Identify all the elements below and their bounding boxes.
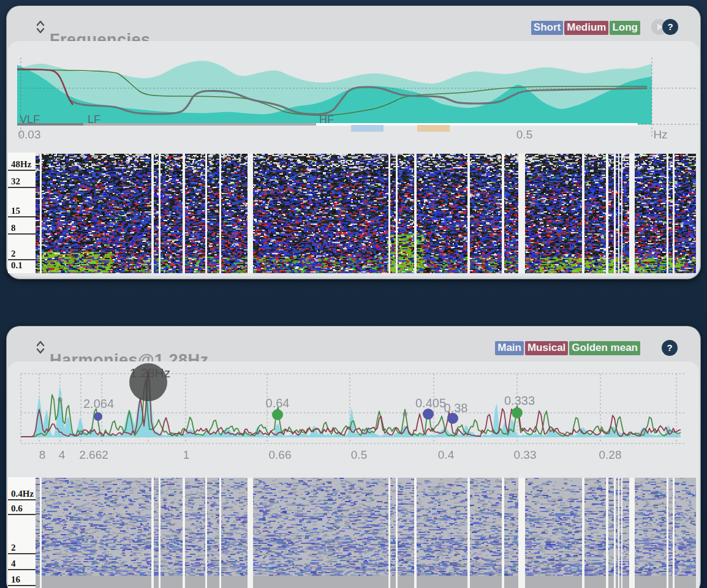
harmonies-spectrogram-canvas (36, 478, 696, 588)
legend-chip-long[interactable]: Long (610, 21, 640, 35)
peak-label: 2.064 (83, 397, 114, 411)
band-label-lf: LF (88, 113, 100, 126)
band-label-vlf: VLF (20, 113, 40, 126)
panel-harmonies: Harmonies@1.28Hz MainMusicalGolden mean … (6, 326, 701, 588)
help-button[interactable]: ? (662, 19, 678, 35)
spec-axis-label: 4 (8, 559, 36, 570)
collapse-button[interactable] (35, 20, 46, 36)
spec-axis-label: 15 (8, 206, 36, 217)
spec-axis-label: 8 (8, 223, 36, 235)
axis-tick: 0.5 (351, 448, 367, 462)
axis-tick: 0.5 (516, 128, 532, 141)
legend-chip-main[interactable]: Main (495, 341, 524, 355)
spec-axis-label: 0.6 (8, 503, 36, 515)
panel-frequencies: Frequencies ShortMediumLong ? VLFLFHF0.0… (6, 6, 701, 279)
spec-axis-label: 0.4Hz (8, 489, 36, 500)
spec-axis-label: 16 (8, 575, 36, 586)
up-down-chevron-icon (36, 20, 45, 34)
peak-label: 0.333 (504, 394, 535, 408)
spec-axis-label: 2 (8, 249, 36, 260)
frequencies-chart-canvas[interactable] (8, 47, 699, 138)
spec-axis-label: 2 (8, 543, 36, 554)
spec-axis-label: 48Hz (8, 159, 36, 171)
band-label-hf: HF (319, 113, 334, 126)
legend-chip-short[interactable]: Short (531, 21, 563, 35)
peak-label: 1.28Hz (130, 366, 171, 380)
peak-marker[interactable] (94, 412, 102, 421)
peak-label: 0.405 (415, 396, 446, 410)
axis-tick: 4 (59, 448, 66, 462)
axis-tick: 0.4 (438, 448, 454, 462)
axis-tick: 2.662 (79, 448, 108, 462)
axis-tick: 0.28 (599, 448, 622, 462)
peak-marker[interactable] (403, 412, 407, 417)
axis-tick: 1 (183, 448, 190, 462)
collapse-button[interactable] (35, 340, 46, 356)
legend-chip-musical[interactable]: Musical (525, 341, 568, 355)
peak-label: 0.38 (444, 401, 468, 415)
axis-tick: 0.03 (18, 128, 41, 141)
up-down-chevron-icon (36, 340, 45, 355)
peak-marker[interactable] (512, 407, 523, 418)
axis-tick: Hz (653, 128, 667, 141)
frequencies-legend: ShortMediumLong (531, 21, 640, 35)
spec-axis-label: 32 (8, 176, 36, 188)
harmonies-legend: MainMusicalGolden mean (495, 341, 640, 355)
legend-chip-golden-mean[interactable]: Golden mean (569, 341, 640, 355)
peak-marker[interactable] (272, 409, 283, 420)
axis-tick: 0.33 (514, 448, 537, 462)
axis-tick: 8 (39, 448, 46, 462)
legend-chip-medium[interactable]: Medium (564, 21, 608, 35)
axis-tick: 0.66 (269, 448, 292, 462)
peak-label: 0.64 (266, 396, 290, 410)
help-button[interactable]: ? (662, 340, 678, 356)
peak-marker[interactable] (58, 398, 62, 402)
frequencies-spectrogram-canvas (36, 154, 696, 273)
spec-axis-label: 0.1 (8, 260, 36, 271)
